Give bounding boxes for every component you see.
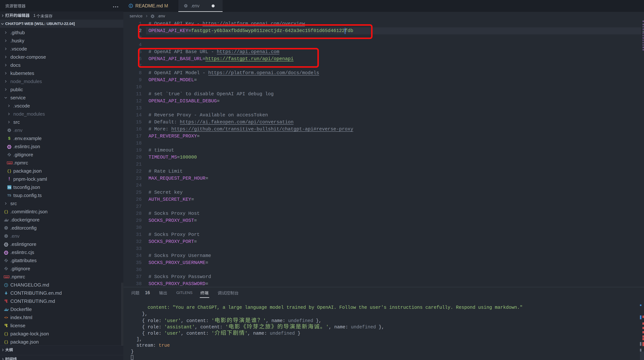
svg-text:TS: TS	[8, 186, 11, 189]
svg-text:!: !	[8, 177, 10, 181]
svg-text:{}: {}	[4, 340, 8, 344]
svg-text:TS: TS	[7, 194, 11, 197]
svg-text:<>: <>	[4, 316, 8, 319]
svg-text:$: $	[8, 136, 10, 140]
svg-text:{}: {}	[7, 169, 11, 173]
svg-text:{}: {}	[4, 332, 8, 336]
svg-text:npm: npm	[5, 276, 8, 278]
svg-text:npm: npm	[8, 162, 12, 164]
svg-text:{}: {}	[4, 210, 8, 214]
